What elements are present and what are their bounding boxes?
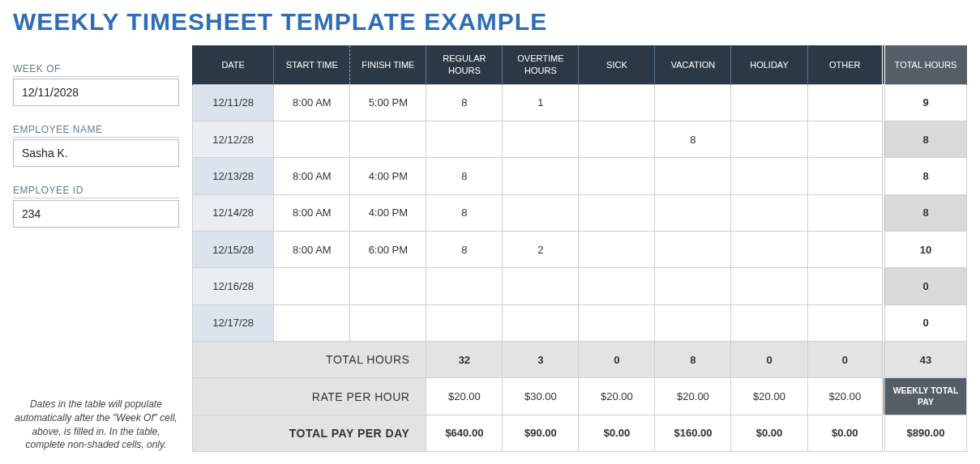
holiday-cell[interactable] — [731, 158, 807, 194]
holiday-cell[interactable] — [731, 268, 807, 304]
regular-cell[interactable]: 8 — [426, 194, 503, 231]
vacation-cell[interactable] — [655, 231, 731, 267]
start-time-cell[interactable]: 8:00 AM — [274, 158, 350, 194]
regular-cell[interactable] — [426, 268, 503, 304]
col-other: OTHER — [807, 45, 884, 84]
finish-time-cell[interactable] — [350, 121, 426, 157]
vacation-cell[interactable] — [655, 304, 731, 341]
sidebar: WEEK OF EMPLOYEE NAME EMPLOYEE ID Dates … — [13, 45, 179, 452]
date-cell: 12/14/28 — [193, 194, 274, 231]
col-holiday: HOLIDAY — [731, 45, 807, 84]
table-row: 12/15/288:00 AM6:00 PM8210 — [193, 231, 967, 267]
other-cell[interactable] — [807, 121, 884, 157]
rate-holiday[interactable]: $20.00 — [731, 378, 807, 415]
sick-cell[interactable] — [579, 231, 655, 267]
holiday-cell[interactable] — [731, 304, 807, 341]
table-row: 12/14/288:00 AM4:00 PM88 — [193, 194, 967, 231]
regular-cell[interactable]: 8 — [426, 84, 503, 121]
overtime-cell[interactable] — [503, 268, 579, 304]
other-cell[interactable] — [807, 268, 884, 304]
date-cell: 12/11/28 — [193, 84, 274, 121]
overtime-cell[interactable]: 1 — [503, 84, 579, 121]
finish-time-cell[interactable]: 4:00 PM — [350, 194, 426, 231]
finish-time-cell[interactable] — [350, 268, 426, 304]
instruction-note: Dates in the table will populate automat… — [13, 398, 179, 452]
sick-cell[interactable] — [579, 304, 655, 341]
employee-name-input[interactable] — [13, 139, 179, 167]
vacation-cell[interactable] — [655, 158, 731, 194]
start-time-cell[interactable] — [274, 268, 350, 304]
holiday-cell[interactable] — [731, 194, 807, 231]
regular-cell[interactable]: 8 — [426, 231, 503, 267]
total-cell: 9 — [884, 84, 966, 121]
start-time-cell[interactable]: 8:00 AM — [274, 231, 350, 267]
col-regular-hours: REGULAR HOURS — [426, 45, 503, 84]
finish-time-cell[interactable]: 6:00 PM — [350, 231, 426, 267]
regular-cell[interactable] — [426, 121, 503, 157]
other-cell[interactable] — [807, 304, 884, 341]
table-row: 12/12/2888 — [193, 121, 967, 157]
pay-other: $0.00 — [807, 415, 884, 451]
rate-label: RATE PER HOUR — [193, 378, 426, 415]
table-row: 12/11/288:00 AM5:00 PM819 — [193, 84, 967, 121]
col-total-hours: TOTAL HOURS — [884, 45, 966, 84]
overtime-cell[interactable] — [503, 158, 579, 194]
employee-id-input[interactable] — [13, 200, 179, 228]
employee-id-label: EMPLOYEE ID — [13, 185, 179, 198]
start-time-cell[interactable]: 8:00 AM — [274, 84, 350, 121]
rate-other[interactable]: $20.00 — [807, 378, 884, 415]
page-title: WEEKLY TIMESHEET TEMPLATE EXAMPLE — [13, 8, 967, 36]
other-cell[interactable] — [807, 84, 884, 121]
total-overtime: 3 — [503, 342, 579, 378]
date-cell: 12/13/28 — [193, 158, 274, 194]
date-cell: 12/15/28 — [193, 231, 274, 267]
sick-cell[interactable] — [579, 121, 655, 157]
sick-cell[interactable] — [579, 194, 655, 231]
finish-time-cell[interactable] — [350, 304, 426, 341]
vacation-cell[interactable] — [655, 268, 731, 304]
rate-sick[interactable]: $20.00 — [579, 378, 655, 415]
week-of-input[interactable] — [13, 79, 179, 106]
timesheet-table: DATE START TIME FINISH TIME REGULAR HOUR… — [192, 45, 967, 452]
rate-regular[interactable]: $20.00 — [426, 378, 503, 415]
date-cell: 12/17/28 — [193, 304, 274, 341]
total-cell: 8 — [884, 194, 966, 231]
other-cell[interactable] — [807, 158, 884, 194]
rate-vacation[interactable]: $20.00 — [655, 378, 731, 415]
vacation-cell[interactable] — [655, 84, 731, 121]
overtime-cell[interactable] — [503, 304, 579, 341]
total-cell: 0 — [884, 268, 966, 304]
start-time-cell[interactable] — [274, 304, 350, 341]
sick-cell[interactable] — [579, 84, 655, 121]
other-cell[interactable] — [807, 231, 884, 267]
holiday-cell[interactable] — [731, 84, 807, 121]
regular-cell[interactable] — [426, 304, 503, 341]
overtime-cell[interactable]: 2 — [503, 231, 579, 267]
overtime-cell[interactable] — [503, 121, 579, 157]
sick-cell[interactable] — [579, 268, 655, 304]
total-regular: 32 — [426, 342, 503, 378]
pay-overtime: $90.00 — [503, 415, 579, 451]
start-time-cell[interactable]: 8:00 AM — [274, 194, 350, 231]
pay-label: TOTAL PAY PER DAY — [193, 415, 426, 451]
vacation-cell[interactable]: 8 — [655, 121, 731, 157]
pay-row: TOTAL PAY PER DAY $640.00 $90.00 $0.00 $… — [193, 415, 967, 451]
holiday-cell[interactable] — [731, 121, 807, 157]
other-cell[interactable] — [807, 194, 884, 231]
overtime-cell[interactable] — [503, 194, 579, 231]
total-sick: 0 — [579, 342, 655, 378]
vacation-cell[interactable] — [655, 194, 731, 231]
col-sick: SICK — [579, 45, 655, 84]
holiday-cell[interactable] — [731, 231, 807, 267]
sick-cell[interactable] — [579, 158, 655, 194]
finish-time-cell[interactable]: 4:00 PM — [350, 158, 426, 194]
pay-grand-total: $890.00 — [884, 415, 966, 451]
total-hours-label: TOTAL HOURS — [193, 342, 426, 378]
regular-cell[interactable]: 8 — [426, 158, 503, 194]
finish-time-cell[interactable]: 5:00 PM — [350, 84, 426, 121]
start-time-cell[interactable] — [274, 121, 350, 157]
rate-overtime[interactable]: $30.00 — [503, 378, 579, 415]
col-start-time: START TIME — [274, 45, 350, 84]
total-cell: 8 — [884, 121, 966, 157]
total-cell: 10 — [884, 231, 966, 267]
